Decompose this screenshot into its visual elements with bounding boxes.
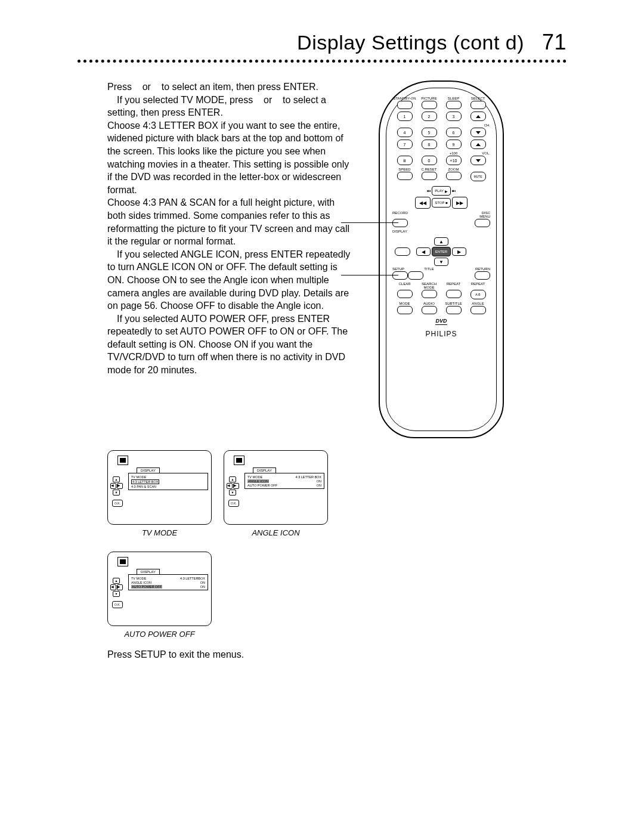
speed-button [397,172,413,180]
nav-right-icon: ▶ [452,247,466,256]
subtitle-button [446,306,462,314]
nav-up-icon: ▲ [434,237,448,246]
tv-icon [117,456,128,465]
playback-cluster: ⏮ PLAY ▶ ⏭ ◀◀ STOP ■ ▶▶ [415,186,467,209]
header-divider [78,60,566,63]
ch-down-button [470,128,486,137]
standby-button [397,101,413,109]
nav-cluster: ▲ ◀ ENTER ▶ ▼ [392,237,490,266]
repeat-button [446,290,462,298]
fast-forward-button: ▶▶ [452,197,467,209]
brand-label: PHILIPS [425,330,457,338]
screen-tv-mode: ▲ ◀▶ ▼ O.K. DISPLAY TV MODE 4:3 LETTER B… [107,450,212,525]
mute-button: MUTE [470,172,486,181]
return-button [475,271,490,280]
remote-row1-labels: STANDBY-ON PICTURE SLEEP SELECT [392,97,490,100]
angle-button [470,306,486,314]
num-4: 4 [397,128,413,137]
audio-button [422,306,437,314]
clear-button [397,290,413,298]
header-title: Display Settings (cont d) [297,31,524,54]
display-tab: DISPLAY [137,467,160,473]
stop-button: STOP ■ [432,198,451,208]
setup-button [392,271,408,280]
instruction-text: Press or to select an item, then press E… [78,80,352,377]
remote-control-illustration: STANDBY-ON PICTURE SLEEP SELECT 1 [379,80,504,438]
picture-button [422,101,437,109]
title-button [408,271,423,280]
display-tab: DISPLAY [137,569,160,574]
tv-icon [234,456,244,465]
record-button [392,219,408,227]
repeat-ab-button: A-B [470,290,486,299]
caption-angle-icon: ANGLE ICON [224,528,328,537]
caption-tv-mode: TV MODE [107,528,212,537]
num-2: 2 [422,112,437,121]
select-button [470,101,486,109]
nav-down-icon: ▼ [434,258,448,266]
display-tab: DISPLAY [253,467,276,473]
vol-up-button [470,140,486,149]
num-8: 8 [422,140,437,149]
dvd-logo: DVD [435,318,447,325]
creset-button [422,172,437,180]
screen-auto-power-off: ▲ ◀▶ ▼ O.K. DISPLAY TV MODE4:3 LETTERBOX… [107,552,212,626]
ch-up-button [470,112,486,121]
caption-auto-power-off: AUTO POWER OFF [107,630,212,639]
search-mode-button [422,290,437,298]
mode-button [397,306,413,314]
vol-down-button [470,156,486,165]
pause-icon: ⏸ [397,156,413,165]
num-9: 9 [446,140,462,149]
exit-instruction: Press SETUP to exit the menus. [78,649,566,660]
enter-button: ENTER [432,247,451,256]
sleep-button [446,101,462,109]
ok-icon: O.K. [112,601,123,608]
ok-icon: O.K. [228,500,239,507]
nav-left-icon: ◀ [416,247,431,256]
num-5: 5 [422,128,437,137]
play-button: PLAY ▶ [432,186,451,196]
tv-icon [117,557,128,566]
page-header: Display Settings (cont d) 71 [78,30,566,60]
nav-pad-icon: ▲ ◀▶ ▼ [110,476,123,496]
page-number: 71 [542,30,566,54]
nav-pad-icon: ▲ ◀▶ ▼ [110,577,123,597]
disc-menu-button [475,219,490,227]
num-1: 1 [397,112,413,121]
num-3: 3 [446,112,462,121]
num-0: 0 [422,156,437,165]
num-6: 6 [446,128,462,137]
screen-angle-icon: ▲ ◀▶ ▼ O.K. DISPLAY TV MODE4:3 LETTER BO… [224,450,328,525]
rewind-button: ◀◀ [415,197,431,209]
display-button [395,247,410,256]
num-7: 7 [397,140,413,149]
nav-pad-icon: ▲ ◀▶ ▼ [226,476,239,496]
ok-icon: O.K. [112,500,123,507]
zoom-button [446,172,462,180]
plus-10-button: +10 [446,156,462,165]
